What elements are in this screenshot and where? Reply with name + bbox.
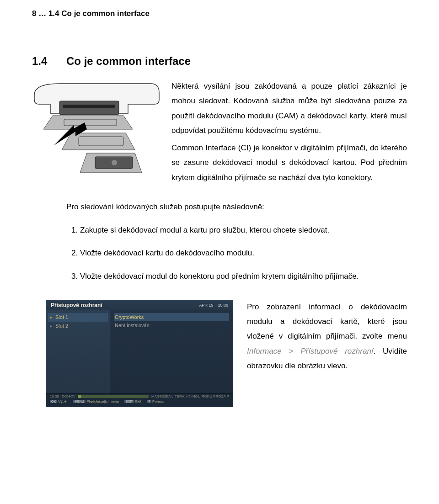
svg-rect-1: [63, 105, 115, 108]
section-heading: 1.4 Co je common interface: [32, 55, 407, 68]
list-item: Vložte dekódovací kartu do dekódovacího …: [80, 246, 407, 260]
tv-right-not-installed: Není instalován: [114, 321, 229, 329]
tv-key-exit-label: Exit: [135, 399, 141, 403]
bottom-paragraph: Pro zobrazení informací o dekódovacím mo…: [247, 300, 407, 373]
tv-slot-1: ▸Slot 1: [48, 313, 108, 322]
section-title: Co je common interface: [66, 55, 191, 68]
tv-key-ok-label: Výběr: [58, 399, 68, 403]
tv-progress-time: 10:08: [50, 394, 59, 398]
tv-progress-bar: [78, 395, 149, 398]
intro-paragraph-2: Common Interface (CI) je konektor v digi…: [171, 141, 407, 185]
svg-point-5: [112, 160, 117, 165]
tv-menu-time: 10:08: [218, 303, 228, 308]
svg-rect-2: [64, 119, 117, 126]
tv-key-exit: EXIT: [124, 400, 134, 403]
tv-slot-2: ▸Slot 2: [48, 322, 108, 330]
tv-progress-label: DOMOV: [62, 394, 75, 398]
tv-menu-date: APR 19: [199, 303, 213, 308]
bottom-text-pre: Pro zobrazení informací o dekódovacím mo…: [247, 302, 407, 341]
tv-right-cryptoworks: CryptoWorks: [114, 313, 229, 321]
menu-path: Informace > Přístupové rozhraní: [247, 347, 374, 355]
steps-list: Zakupte si dekódovací modul a kartu pro …: [66, 223, 407, 284]
tv-key-help: ?: [147, 400, 151, 403]
tv-key-menu: MENU: [73, 400, 86, 403]
steps-intro: Pro sledování kódovaných služeb postupuj…: [66, 202, 407, 212]
svg-rect-3: [79, 137, 123, 146]
tv-menu-screenshot: Přístupové rozhraní APR 19 10:08 ▸Slot 1…: [46, 300, 233, 407]
tv-menu-title: Přístupové rozhraní: [51, 302, 102, 308]
tv-progress-title: MAGNESIA LITERA: KNIHOU ROKU PRÓZA PETRY…: [151, 394, 229, 398]
list-item: Zakupte si dekódovací modul a kartu pro …: [80, 223, 407, 238]
page-header: 8 … 1.4 Co je common interface: [32, 9, 407, 18]
tv-key-help-label: Pomoc: [152, 399, 164, 403]
device-illustration: [32, 79, 160, 189]
intro-paragraph-1: Některá vysílání jsou zakódovaná a pouze…: [171, 79, 407, 138]
tv-key-ok: OK: [50, 400, 57, 403]
section-number: 1.4: [32, 55, 66, 68]
tv-key-menu-label: Předcházející menu: [86, 399, 119, 403]
list-item: Vložte dekódovací modul do konektoru pod…: [80, 269, 407, 284]
